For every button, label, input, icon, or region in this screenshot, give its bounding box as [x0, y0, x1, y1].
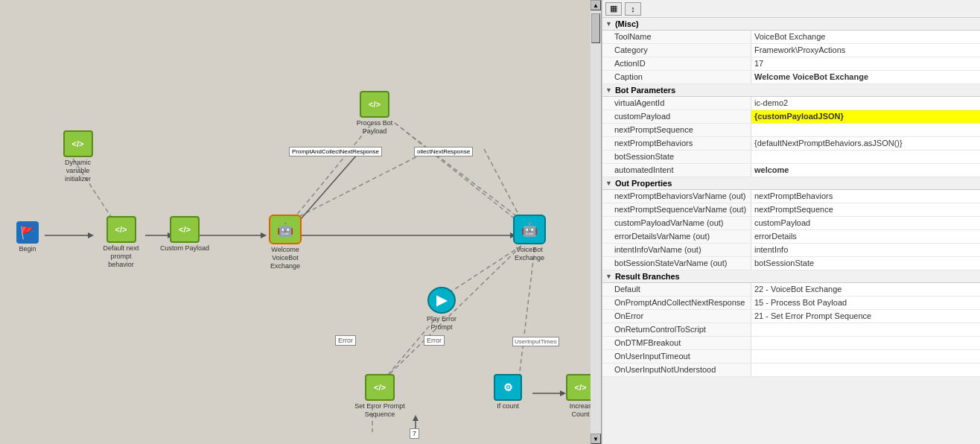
num-badge-7: 7: [410, 428, 419, 439]
voicebot-exchange-label: VoiceBot Exchange: [503, 246, 556, 262]
custompayloadvar-value[interactable]: customPayload: [751, 217, 980, 229]
voicebot-exchange-node[interactable]: 🤖 VoiceBot Exchange: [503, 215, 556, 262]
svg-line-21: [519, 248, 535, 378]
virtualagentid-label: virtualAgentId: [602, 97, 751, 110]
if-count-node[interactable]: ⚙ If count: [494, 374, 522, 410]
nextpromptbehaviorsvar-value[interactable]: nextPromptBehaviors: [751, 190, 980, 203]
svg-line-16: [395, 123, 516, 220]
default-branch-value[interactable]: 22 - VoiceBot Exchange: [751, 283, 980, 296]
ondtmf-branch-row: OnDTMFBreakout: [602, 337, 980, 350]
custom-payload-icon: </>: [170, 216, 200, 243]
virtualagentid-value[interactable]: ic-demo2: [751, 97, 980, 110]
workflow-canvas[interactable]: 🚩 Begin </> Dynamic variable initializer…: [0, 0, 602, 444]
caption-value[interactable]: Welcome VoiceBot Exchange: [751, 71, 980, 83]
onerror-branch-label: OnError: [602, 310, 751, 323]
onprompt-branch-label: OnPromptAndCollectNextResponse: [602, 296, 751, 309]
onuserinputtimeout-branch-row: OnUserInputTimeout: [602, 350, 980, 364]
virtualagentid-row: virtualAgentId ic-demo2: [602, 97, 980, 110]
out-props-collapse-icon: ▼: [605, 180, 612, 187]
intentinfovar-value[interactable]: intentInfo: [751, 244, 980, 256]
errordetailsvar-value[interactable]: errorDetails: [751, 230, 980, 243]
play-error-node[interactable]: ▶ Play Error Prompt: [416, 287, 468, 332]
botsessionstate-value[interactable]: [751, 150, 980, 163]
custompayload-value[interactable]: {customPayloadJSON}: [751, 110, 980, 123]
scroll-up-btn[interactable]: ▲: [591, 0, 601, 10]
collect-next-label: ollectNextResponse: [414, 147, 473, 156]
if-count-icon: ⚙: [494, 374, 522, 401]
out-props-section-title: Out Properties: [615, 179, 672, 188]
intentinfovar-row: intentInfoVarName (out) intentInfo: [602, 244, 980, 257]
nextpromptseqvar-row: nextPromptSequenceVarName (out) nextProm…: [602, 203, 980, 217]
welcome-voicebot-icon: 🤖: [269, 215, 302, 244]
actionid-value[interactable]: 17: [751, 57, 980, 70]
error-label-1: Error: [335, 335, 356, 346]
begin-icon: 🚩: [16, 221, 39, 244]
errordetailsvar-row: errorDetailsVarName (out) errorDetails: [602, 230, 980, 244]
dynamic-variable-label: Dynamic variable initializer: [54, 159, 102, 183]
misc-collapse-icon: ▼: [605, 20, 612, 28]
onuserinputnotunderstood-branch-value[interactable]: [751, 364, 980, 376]
misc-section-title: (Misc): [615, 19, 639, 28]
process-bot-icon: </>: [360, 91, 389, 118]
welcome-voicebot-node[interactable]: 🤖 Welcome VoiceBot Exchange: [259, 215, 311, 270]
welcome-voicebot-label: Welcome VoiceBot Exchange: [259, 246, 311, 270]
svg-line-14: [300, 154, 357, 220]
custompayload-row: customPayload {customPayloadJSON}: [602, 110, 980, 124]
botsessionstatevar-value[interactable]: botSessionState: [751, 257, 980, 270]
props-sort-btn[interactable]: ↕: [625, 2, 641, 16]
result-branches-section-header[interactable]: ▼ Result Branches: [602, 270, 980, 283]
onerror-branch-value[interactable]: 21 - Set Error Prompt Sequence: [751, 310, 980, 323]
scroll-down-btn[interactable]: ▼: [591, 434, 601, 444]
properties-panel: ▦ ↕ ▼ (Misc) ToolName VoiceBot Exchange …: [602, 0, 980, 444]
category-value[interactable]: Framework\ProxyActions: [751, 44, 980, 57]
category-row: Category Framework\ProxyActions: [602, 44, 980, 57]
toolname-row: ToolName VoiceBot Exchange: [602, 31, 980, 44]
automatedintent-row: automatedIntent welcome: [602, 164, 980, 177]
onuserinputtimeout-branch-label: OnUserInputTimeout: [602, 350, 751, 363]
onprompt-branch-value[interactable]: 15 - Process Bot Payload: [751, 296, 980, 309]
misc-section-header[interactable]: ▼ (Misc): [602, 18, 980, 31]
nextpromptbehaviors-row: nextPromptBehaviors {defaultNextPromptBe…: [602, 137, 980, 150]
toolname-value[interactable]: VoiceBot Exchange: [751, 31, 980, 43]
onerror-branch-row: OnError 21 - Set Error Prompt Sequence: [602, 310, 980, 323]
botsessionstatevar-row: botSessionStateVarName (out) botSessionS…: [602, 257, 980, 270]
voicebot-exchange-icon: 🤖: [513, 215, 546, 244]
props-grid-btn[interactable]: ▦: [605, 2, 622, 16]
props-content: ▼ (Misc) ToolName VoiceBot Exchange Cate…: [602, 18, 980, 444]
begin-node[interactable]: 🚩 Begin: [16, 221, 39, 253]
nextpromptbehaviorsvar-label: nextPromptBehaviorsVarName (out): [602, 190, 751, 203]
caption-label: Caption: [602, 71, 751, 83]
default-prompt-node[interactable]: </> Default next prompt behavior: [97, 216, 145, 268]
default-branch-label: Default: [602, 283, 751, 296]
error-label-2: Error: [424, 335, 445, 346]
custom-payload-node[interactable]: </> Custom Payload: [160, 216, 209, 253]
play-error-icon: ▶: [427, 287, 456, 314]
bot-params-collapse-icon: ▼: [605, 86, 612, 94]
botsessionstate-row: botSessionState: [602, 150, 980, 164]
bot-params-section-title: Bot Parameters: [615, 86, 675, 95]
process-bot-node[interactable]: </> Process Bot Payload: [349, 91, 401, 136]
out-props-section-header[interactable]: ▼ Out Properties: [602, 177, 980, 190]
dynamic-variable-icon: </>: [63, 130, 93, 157]
nextpromptseqvar-value[interactable]: nextPromptSequence: [751, 203, 980, 216]
set-error-node[interactable]: </> Set Error Prompt Sequence: [354, 374, 406, 419]
onreturn-branch-label: OnReturnControlToScript: [602, 323, 751, 336]
scroll-thumb[interactable]: [591, 13, 600, 43]
nextpromptbehaviors-value[interactable]: {defaultNextPromptBehaviors.asJSON()}: [751, 137, 980, 150]
custompayloadvar-row: customPayloadVarName (out) customPayload: [602, 217, 980, 230]
onreturn-branch-value[interactable]: [751, 323, 980, 336]
props-toolbar: ▦ ↕: [602, 0, 980, 18]
nextpromptseq-value[interactable]: [751, 124, 980, 136]
default-branch-row: Default 22 - VoiceBot Exchange: [602, 283, 980, 296]
automatedintent-value[interactable]: welcome: [751, 164, 980, 177]
vertical-scrollbar[interactable]: ▲ ▼: [591, 0, 601, 444]
dynamic-variable-node[interactable]: </> Dynamic variable initializer: [54, 130, 102, 183]
svg-line-9: [395, 123, 521, 220]
ondtmf-branch-value[interactable]: [751, 337, 980, 349]
svg-marker-26: [413, 415, 419, 421]
errordetailsvar-label: errorDetailsVarName (out): [602, 230, 751, 243]
nextpromptseq-row: nextPromptSequence: [602, 124, 980, 137]
svg-line-8: [293, 123, 372, 220]
bot-params-section-header[interactable]: ▼ Bot Parameters: [602, 84, 980, 97]
onuserinputtimeout-branch-value[interactable]: [751, 350, 980, 363]
